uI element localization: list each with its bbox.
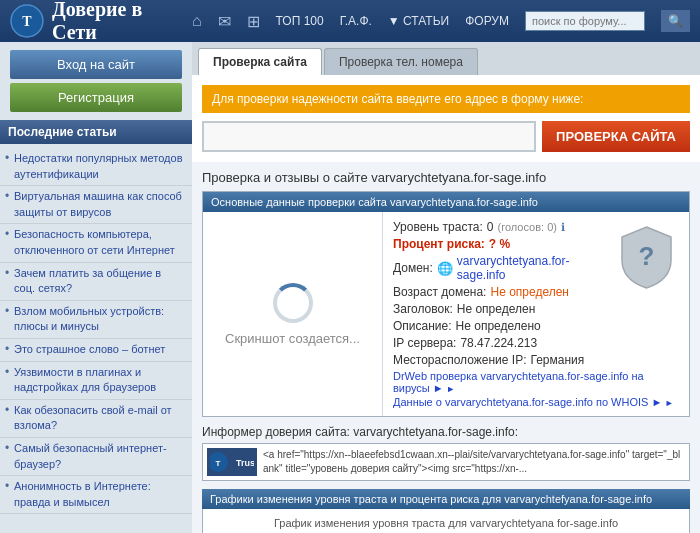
articles-link[interactable]: ▼ СТАТЬИ	[388, 14, 449, 28]
tab-check-site[interactable]: Проверка сайта	[198, 48, 322, 75]
header-label: Заголовок:	[393, 302, 453, 316]
svg-text:?: ?	[639, 241, 655, 271]
domain-row: Домен: 🌐 varvarychtetyana.for-sage.info	[393, 254, 614, 282]
header: Т Доверие в Сети ⌂ ✉ ⊞ ТОП 100 Г.А.Ф. ▼ …	[0, 0, 700, 42]
main-data-header: Основные данные проверки сайта varvarych…	[203, 192, 689, 212]
header-value: Не определен	[457, 302, 536, 316]
trust-shield-container: ?	[619, 225, 674, 293]
forum-link[interactable]: ФОРУМ	[465, 14, 509, 28]
tab-check-phone[interactable]: Проверка тел. номера	[324, 48, 478, 75]
home-icon[interactable]: ⌂	[192, 12, 202, 30]
domain-value: varvarychtetyana.for-sage.info	[457, 254, 614, 282]
sidebar-article-item: Уязвимости в плагинах и надстройках для …	[0, 362, 192, 400]
domain-age-row: Возраст домена: Не определен	[393, 285, 614, 299]
search-input[interactable]	[525, 11, 645, 31]
domain-globe-icon: 🌐	[437, 261, 453, 276]
desc-row: Описание: Не определено	[393, 319, 679, 333]
screenshot-text: Скриншот создается...	[225, 331, 360, 346]
sidebar-articles-title: Последние статьи	[0, 120, 192, 144]
sidebar-article-link-8[interactable]: Самый безопасный интернет-браузер?	[14, 442, 167, 470]
logo-area: Т Доверие в Сети	[10, 0, 192, 44]
tabs: Проверка сайта Проверка тел. номера	[192, 42, 700, 75]
info-area: ? Уровень траста: 0 (голосов: 0) ℹ Проце…	[383, 212, 689, 416]
sidebar-article-link-0[interactable]: Недостатки популярных методов аутентифик…	[14, 152, 183, 180]
sidebar-article-link-3[interactable]: Зачем платить за общение в соц. сетях?	[14, 267, 161, 295]
login-button[interactable]: Вход на сайт	[10, 50, 182, 79]
location-label: Месторасположение IP:	[393, 353, 526, 367]
sidebar: Вход на сайт Регистрация Последние стать…	[0, 42, 192, 533]
graph-body: График изменения уровня траста для varva…	[202, 509, 690, 533]
informer-logo-icon: Т Trust	[210, 449, 254, 475]
results-title: Проверка и отзывы о сайте varvarychtetya…	[202, 170, 690, 185]
percent-risk-row: Процент риска: ? %	[393, 237, 614, 251]
trust-shield-icon: ?	[619, 225, 674, 290]
search-button[interactable]: 🔍	[661, 10, 690, 32]
trust-info-icon[interactable]: ℹ	[561, 221, 565, 234]
header-row: Заголовок: Не определен	[393, 302, 679, 316]
sidebar-article-item: Анонимность в Интернете: правда и вымысе…	[0, 476, 192, 514]
sidebar-article-link-2[interactable]: Безопасность компьютера, отключенного от…	[14, 228, 175, 256]
drweb-link[interactable]: DrWeb проверка varvarychtetyana.for-sage…	[393, 370, 679, 394]
trust-votes: (голосов: 0)	[497, 221, 556, 233]
percent-label: Процент риска:	[393, 237, 485, 251]
graph-section: Графики изменения уровня траста и процен…	[192, 485, 700, 533]
sidebar-article-item: Зачем платить за общение в соц. сетях?	[0, 263, 192, 301]
informer-section: Информер доверия сайта: varvarychtetyana…	[192, 421, 700, 485]
loading-spinner	[273, 283, 313, 323]
sidebar-article-link-6[interactable]: Уязвимости в плагинах и надстройках для …	[14, 366, 156, 394]
location-row: Месторасположение IP: Германия	[393, 353, 679, 367]
percent-value: ? %	[489, 237, 510, 251]
url-input[interactable]	[202, 121, 536, 152]
trust-level-row: Уровень траста: 0 (голосов: 0) ℹ	[393, 220, 614, 234]
informer-box: Т Trust <a href="https://xn--blaeefebsd1…	[202, 443, 690, 481]
sidebar-article-item: Взлом мобильных устройств: плюсы и минус…	[0, 301, 192, 339]
screenshot-area: Скриншот создается...	[203, 212, 383, 416]
sidebar-article-link-4[interactable]: Взлом мобильных устройств: плюсы и минус…	[14, 305, 164, 333]
sidebar-article-item: Как обезопасить свой e-mail от взлома?	[0, 400, 192, 438]
main-data-body: Скриншот создается... ? Уровень тра	[203, 212, 689, 416]
trust-level-label: Уровень траста:	[393, 220, 483, 234]
faq-link[interactable]: Г.А.Ф.	[340, 14, 372, 28]
ip-value: 78.47.224.213	[460, 336, 537, 350]
sidebar-article-item: Недостатки популярных методов аутентифик…	[0, 148, 192, 186]
register-button[interactable]: Регистрация	[10, 83, 182, 112]
ip-label: IP сервера:	[393, 336, 456, 350]
svg-text:Т: Т	[22, 14, 32, 29]
results-section: Проверка и отзывы о сайте varvarychtetya…	[192, 162, 700, 421]
sidebar-article-link-5[interactable]: Это страшное слово – ботнет	[14, 343, 165, 355]
check-input-row: ПРОВЕРКА САЙТА	[202, 121, 690, 152]
sidebar-article-link-9[interactable]: Анонимность в Интернете: правда и вымысе…	[14, 480, 151, 508]
desc-label: Описание:	[393, 319, 452, 333]
graph-header: Графики изменения уровня траста и процен…	[202, 489, 690, 509]
grid-icon[interactable]: ⊞	[247, 12, 260, 31]
whois-link[interactable]: Данные о varvarychtetyana.for-sage.info …	[393, 396, 679, 408]
sidebar-article-link-7[interactable]: Как обезопасить свой e-mail от взлома?	[14, 404, 172, 432]
content: Проверка сайта Проверка тел. номера Для …	[192, 42, 700, 533]
domain-label: Домен:	[393, 261, 433, 275]
age-value: Не определен	[490, 285, 569, 299]
check-site-button[interactable]: ПРОВЕРКА САЙТА	[542, 121, 690, 152]
main-layout: Вход на сайт Регистрация Последние стать…	[0, 42, 700, 533]
location-value: Германия	[530, 353, 584, 367]
check-prompt: Для проверки надежности сайта введите ег…	[202, 85, 690, 113]
svg-text:Т: Т	[216, 459, 221, 468]
nav-area: ⌂ ✉ ⊞ ТОП 100 Г.А.Ф. ▼ СТАТЬИ ФОРУМ 🔍	[192, 10, 690, 32]
informer-logo: Т Trust	[207, 448, 257, 476]
sidebar-article-item: Это страшное слово – ботнет	[0, 339, 192, 362]
graph-inner-title: График изменения уровня траста для varva…	[211, 517, 681, 529]
sidebar-article-item: Безопасность компьютера, отключенного от…	[0, 224, 192, 262]
age-label: Возраст домена:	[393, 285, 486, 299]
site-title: Доверие в Сети	[52, 0, 192, 44]
sidebar-article-link-1[interactable]: Виртуальная машина как способ защиты от …	[14, 190, 182, 218]
logo-icon: Т	[10, 4, 44, 38]
sidebar-articles-list: Недостатки популярных методов аутентифик…	[0, 144, 192, 518]
check-section: Для проверки надежности сайта введите ег…	[192, 75, 700, 162]
informer-title: Информер доверия сайта: varvarychtetyana…	[202, 425, 690, 439]
desc-value: Не определено	[456, 319, 541, 333]
email-icon[interactable]: ✉	[218, 12, 231, 31]
top100-link[interactable]: ТОП 100	[276, 14, 324, 28]
main-data-box: Основные данные проверки сайта varvarych…	[202, 191, 690, 417]
sidebar-article-item: Самый безопасный интернет-браузер?	[0, 438, 192, 476]
trust-level-value: 0	[487, 220, 494, 234]
informer-code[interactable]: <a href="https://xn--blaeefebsd1cwaan.xn…	[263, 448, 685, 476]
